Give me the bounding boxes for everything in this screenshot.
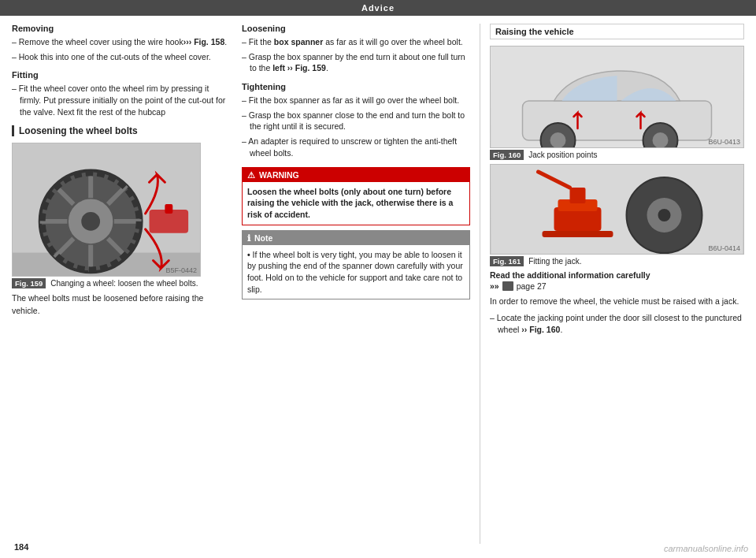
tightening-item-1: – Fit the box spanner as far as it will … bbox=[242, 95, 470, 106]
note-header: ℹ Note bbox=[243, 231, 469, 245]
loosening-wheel-bolts-section: Loosening the wheel bolts bbox=[12, 125, 232, 136]
tightening-title: Tightening bbox=[242, 82, 470, 91]
advice-label: Advice bbox=[361, 3, 395, 13]
left-column: Removing – Remove the wheel cover using … bbox=[12, 24, 232, 544]
jack-svg bbox=[491, 164, 743, 255]
fig159-caption: Fig. 159 Changing a wheel: loosen the wh… bbox=[12, 279, 232, 288]
note-icon: ℹ bbox=[247, 233, 250, 243]
fitting-section: Fitting – Fit the wheel cover onto the w… bbox=[12, 70, 232, 117]
wheel-svg bbox=[13, 143, 200, 277]
warning-icon: ⚠ bbox=[247, 170, 255, 180]
svg-point-25 bbox=[658, 209, 671, 221]
car-image-container: B6U-0413 Fig. 160 Jack position points bbox=[490, 46, 744, 159]
watermark: carmanualsonline.info bbox=[664, 544, 748, 553]
loosening-item-2: – Grasp the box spanner by the end turn … bbox=[242, 51, 470, 74]
fig160-caption-text: Jack position points bbox=[528, 151, 597, 159]
page-container: Advice Removing – Remove the wheel cover… bbox=[0, 0, 756, 558]
warning-box: ⚠ WARNING Loosen the wheel bolts (only a… bbox=[242, 167, 470, 225]
mid-column: Loosening – Fit the box spanner as far a… bbox=[242, 24, 470, 544]
jack-image: B6U-0414 bbox=[490, 164, 744, 255]
svg-point-19 bbox=[550, 132, 566, 148]
removing-item-1: – Remove the wheel cover using the wire … bbox=[12, 36, 232, 48]
page-number: 184 bbox=[14, 542, 28, 552]
fig161-caption-container: Fig. 161 Fitting the jack. bbox=[490, 257, 744, 266]
fig159-caption-text: Changing a wheel: loosen the wheel bolts… bbox=[50, 279, 198, 288]
loosening-section-title: Loosening the wheel bolts bbox=[19, 125, 232, 136]
removing-item-2: – Hook this into one of the cut-outs of … bbox=[12, 51, 232, 63]
warning-body: Loosen the wheel bolts (only about one t… bbox=[243, 182, 469, 225]
loosening-section: Loosening – Fit the box spanner as far a… bbox=[242, 24, 470, 74]
fitting-title: Fitting bbox=[12, 70, 232, 80]
svg-rect-22 bbox=[491, 164, 743, 255]
svg-point-21 bbox=[653, 132, 669, 148]
note-box: ℹ Note • If the wheel bolt is very tight… bbox=[242, 230, 470, 300]
wheel-image-container: B5F-0442 Fig. 159 Changing a wheel: loos… bbox=[12, 143, 232, 288]
tightening-item-3: – An adapter is required to unscrew or t… bbox=[242, 136, 470, 158]
img-ref-160: B6U-0413 bbox=[708, 138, 740, 146]
svg-rect-28 bbox=[570, 188, 586, 203]
fig161-caption-text: Fitting the jack. bbox=[528, 257, 581, 266]
fig159-label: Fig. 159 bbox=[12, 278, 46, 288]
img-ref-161: B6U-0414 bbox=[708, 244, 740, 252]
car-image: B6U-0413 bbox=[490, 46, 744, 148]
img-ref-159: B5F-0442 bbox=[165, 266, 197, 274]
fig161-label: Fig. 161 bbox=[490, 256, 524, 266]
removing-section: Removing – Remove the wheel cover using … bbox=[12, 24, 232, 62]
jack-image-container: B6U-0414 Fig. 161 Fitting the jack. bbox=[490, 164, 744, 266]
loosening-item-1: – Fit the box spanner as far as it will … bbox=[242, 36, 470, 48]
raising-title: Raising the vehicle bbox=[495, 27, 574, 36]
book-icon bbox=[502, 281, 513, 291]
note-body: • If the wheel bolt is very tight, you m… bbox=[243, 245, 469, 299]
locate-item: – Locate the jacking point under the doo… bbox=[490, 312, 744, 335]
warning-header: ⚠ WARNING bbox=[243, 168, 469, 182]
tightening-item-2: – Grasp the box spanner close to the end… bbox=[242, 110, 470, 132]
svg-point-4 bbox=[81, 212, 100, 231]
svg-rect-15 bbox=[165, 204, 172, 214]
right-column: Raising the vehicle bbox=[480, 24, 744, 544]
in-order-text: In order to remove the wheel, the vehicl… bbox=[490, 296, 744, 307]
fig160-caption-container: Fig. 160 Jack position points bbox=[490, 151, 744, 159]
bottom-text: The wheel bolts must be loosened before … bbox=[12, 292, 232, 316]
fig160-label: Fig. 160 bbox=[490, 150, 524, 160]
removing-title: Removing bbox=[12, 24, 232, 33]
page-ref-text: page 27 bbox=[517, 281, 547, 291]
loosening-title: Loosening bbox=[242, 24, 470, 33]
note-label: Note bbox=[254, 233, 272, 243]
read-additional: Read the additional information carefull… bbox=[490, 270, 744, 280]
svg-rect-29 bbox=[543, 231, 613, 237]
advice-bar: Advice bbox=[0, 0, 756, 16]
page-ref: »» page 27 bbox=[490, 281, 744, 291]
content-area: Removing – Remove the wheel cover using … bbox=[0, 16, 756, 552]
car-svg bbox=[491, 46, 743, 148]
tightening-section: Tightening – Fit the box spanner as far … bbox=[242, 82, 470, 158]
arrows-icon: »» bbox=[490, 281, 499, 291]
note-text: If the wheel bolt is very tight, you may… bbox=[247, 250, 463, 294]
wheel-image: B5F-0442 bbox=[12, 143, 201, 277]
note-bullet: • bbox=[247, 250, 250, 259]
warning-label: WARNING bbox=[259, 170, 299, 180]
fitting-item-1: – Fit the wheel cover onto the wheel rim… bbox=[12, 83, 232, 117]
